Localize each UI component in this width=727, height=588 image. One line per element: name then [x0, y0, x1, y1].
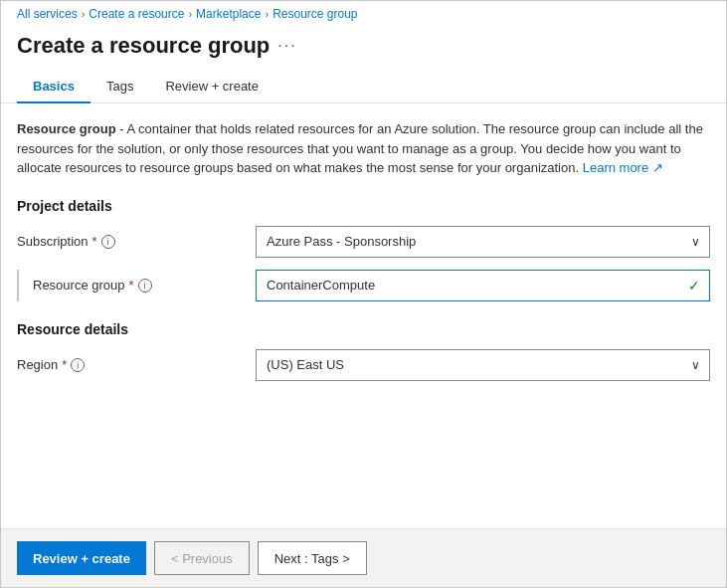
footer: Review + create < Previous Next : Tags >	[1, 528, 726, 587]
review-create-button[interactable]: Review + create	[17, 541, 146, 575]
page-title: Create a resource group	[17, 33, 270, 59]
project-details-section: Project details Subscription * i Azure P…	[17, 198, 710, 301]
resource-details-title: Resource details	[17, 321, 710, 337]
region-select-wrapper: (US) East US ∨	[256, 349, 710, 381]
previous-button[interactable]: < Previous	[154, 541, 250, 575]
resource-group-label-text: Resource group	[33, 278, 125, 293]
breadcrumb-marketplace[interactable]: Marketplace	[196, 7, 261, 21]
region-label: Region * i	[17, 357, 256, 372]
subscription-label-text: Subscription	[17, 234, 89, 249]
project-details-title: Project details	[17, 198, 710, 214]
breadcrumb-create-resource[interactable]: Create a resource	[89, 7, 184, 21]
description-box: Resource group - A container that holds …	[17, 119, 710, 178]
subscription-label: Subscription * i	[17, 234, 256, 249]
subscription-info-icon[interactable]: i	[101, 235, 115, 249]
resource-group-input-wrapper: ✓	[256, 270, 710, 301]
description-term: Resource group	[17, 121, 116, 136]
resource-group-valid-icon: ✓	[688, 278, 700, 294]
resource-group-control: ✓	[256, 270, 710, 301]
subscription-required: *	[92, 234, 97, 249]
region-row: Region * i (US) East US ∨	[17, 349, 710, 381]
content-area: Resource group - A container that holds …	[1, 103, 726, 528]
tab-basics[interactable]: Basics	[17, 71, 91, 103]
resource-group-row: Resource group * i ✓	[17, 270, 710, 301]
tab-tags[interactable]: Tags	[91, 71, 149, 103]
page-menu-icon[interactable]: ···	[277, 37, 296, 55]
resource-details-section: Resource details Region * i (US) East US…	[17, 321, 710, 381]
subscription-control: Azure Pass - Sponsorship ∨	[256, 226, 710, 258]
subscription-row: Subscription * i Azure Pass - Sponsorshi…	[17, 226, 710, 258]
main-window: All services › Create a resource › Marke…	[0, 0, 727, 588]
breadcrumb-all-services[interactable]: All services	[17, 7, 78, 21]
indent-bar	[17, 270, 19, 301]
breadcrumb-sep-2: ›	[188, 8, 192, 20]
next-button[interactable]: Next : Tags >	[258, 541, 367, 575]
learn-more-link[interactable]: Learn more ↗	[583, 160, 663, 175]
breadcrumb-resource-group[interactable]: Resource group	[273, 7, 357, 21]
region-control: (US) East US ∨	[256, 349, 710, 381]
region-info-icon[interactable]: i	[71, 358, 85, 372]
resource-group-input[interactable]	[256, 270, 710, 301]
region-select[interactable]: (US) East US	[256, 349, 710, 381]
tab-review-create[interactable]: Review + create	[149, 71, 274, 103]
page-header: Create a resource group ···	[1, 25, 726, 59]
breadcrumb: All services › Create a resource › Marke…	[1, 1, 726, 25]
resource-group-label-container: Resource group * i	[17, 270, 256, 301]
breadcrumb-sep-3: ›	[265, 8, 269, 20]
resource-group-required: *	[129, 278, 134, 293]
subscription-select[interactable]: Azure Pass - Sponsorship	[256, 226, 710, 258]
region-label-text: Region	[17, 357, 58, 372]
subscription-select-wrapper: Azure Pass - Sponsorship ∨	[256, 226, 710, 258]
resource-group-info-icon[interactable]: i	[138, 279, 152, 293]
tabs-container: Basics Tags Review + create	[1, 59, 726, 103]
region-required: *	[62, 357, 67, 372]
breadcrumb-sep-1: ›	[82, 8, 86, 20]
description-separator: -	[119, 121, 126, 136]
